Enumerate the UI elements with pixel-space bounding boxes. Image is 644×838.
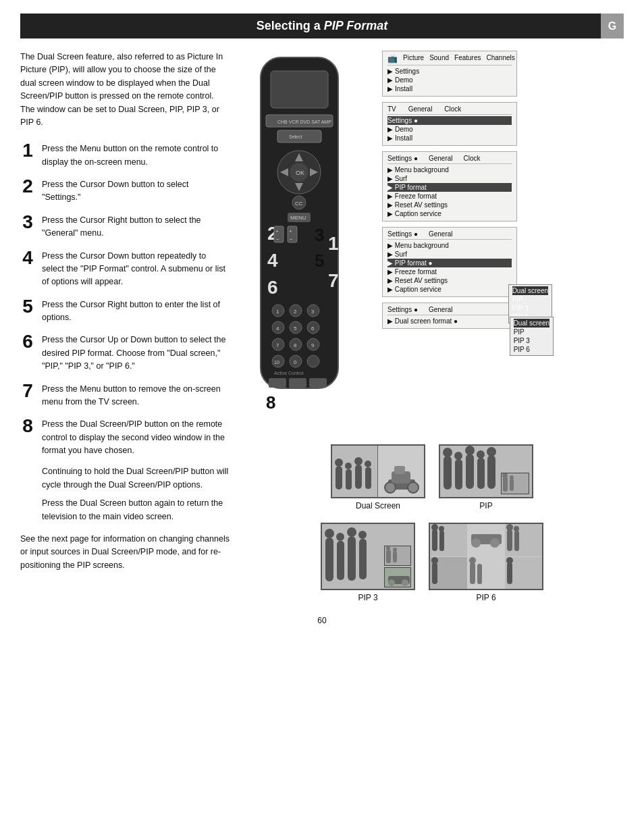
svg-rect-1	[271, 71, 328, 108]
svg-point-103	[439, 526, 444, 531]
general-tab-2: General	[408, 105, 433, 113]
pip-option: PIP	[512, 295, 548, 304]
step-1-text: Press the Menu button on the remote cont…	[42, 141, 230, 169]
svg-rect-75	[466, 454, 474, 489]
right-top: CHB VCR DVD SAT AMP Select OK	[240, 51, 624, 431]
pip6-block: PIP 6	[429, 523, 543, 602]
pip6-cell-6	[505, 557, 542, 590]
left-column: The Dual Screen feature, also referred t…	[20, 51, 230, 602]
svg-rect-107	[507, 529, 512, 551]
menu-bg-row: ▶ Menu background	[387, 165, 512, 174]
settings-row-1: ▶ Settings	[387, 67, 512, 76]
see-next-text: See the next page for information on cha…	[20, 533, 230, 572]
svg-rect-83	[510, 479, 514, 491]
install-arrow-2: ▶	[387, 134, 393, 142]
svg-text:2: 2	[294, 309, 297, 315]
svg-rect-93	[386, 550, 391, 563]
svg-rect-70	[394, 466, 405, 474]
svg-text:1: 1	[328, 233, 339, 254]
tv-label-2: TV	[387, 105, 396, 113]
svg-rect-87	[337, 541, 344, 580]
step-3: 3 Press the Cursor Right button to selec…	[20, 213, 230, 240]
surf-row-4: ▶ Surf	[387, 250, 512, 259]
step-5-number: 5	[20, 297, 35, 316]
freeze-row-3: ▶ Freeze format	[387, 192, 512, 201]
install-row-2: ▶ Install	[387, 134, 512, 142]
svg-point-114	[469, 557, 476, 564]
svg-text:0: 0	[294, 359, 297, 365]
svg-rect-60	[346, 469, 352, 490]
pip-option-5: PIP	[514, 328, 549, 336]
svg-rect-116	[507, 562, 512, 584]
install-row-1: ▶ Install	[387, 84, 512, 93]
svg-text:3: 3	[311, 309, 315, 315]
install-label-1: Install	[395, 85, 412, 93]
page-header: Selecting a PIP Format G	[20, 14, 624, 38]
dual-screen-right	[378, 446, 424, 497]
step-4-number: 4	[20, 248, 35, 267]
svg-point-99	[402, 579, 408, 586]
svg-rect-79	[487, 455, 495, 489]
dual-screen-label: Dual Screen	[331, 501, 425, 510]
install-label-2: Install	[395, 134, 412, 142]
step-6-number: 6	[20, 332, 35, 351]
dual-screen-block: Dual Screen	[331, 444, 425, 510]
surf-row-3: ▶ Surf	[387, 174, 512, 183]
svg-text:6: 6	[311, 325, 315, 332]
tv-icon-1: 📺	[387, 54, 398, 63]
menu-box-2-header: TV General Clock	[387, 105, 512, 115]
clock-tab-2: Clock	[444, 105, 461, 113]
step-2-text: Press the Cursor Down button to select "…	[42, 177, 230, 205]
settings-label-4: Settings ●	[387, 230, 418, 238]
step-4: 4 Press the Cursor Down button repeatedl…	[20, 248, 230, 289]
step-5: 5 Press the Cursor Right button to enter…	[20, 297, 230, 325]
install-arrow-1: ▶	[387, 85, 393, 93]
step-3-number: 3	[20, 213, 35, 232]
dual-screen-format-row: ▶ Dual screen format ● Dual screen PIP P…	[387, 317, 512, 325]
svg-point-92	[358, 531, 367, 539]
menu-item-features: Features	[454, 54, 481, 63]
svg-point-90	[347, 527, 356, 537]
svg-point-106	[490, 538, 500, 548]
caption-row-3: ▶ Caption service	[387, 209, 512, 218]
svg-text:5: 5	[294, 325, 297, 332]
remote-svg: CHB VCR DVD SAT AMP Select OK	[240, 51, 358, 429]
pip6-option-5: PIP 6	[514, 345, 549, 354]
step-4-text: Press the Cursor Down button repeatedly …	[42, 248, 230, 289]
settings-arrow-1: ▶	[387, 68, 393, 75]
svg-rect-73	[455, 459, 462, 490]
svg-rect-77	[477, 458, 485, 489]
pip6-cell-3	[505, 524, 542, 556]
step-6-text: Press the Cursor Up or Down button to se…	[42, 332, 230, 373]
svg-point-88	[336, 533, 344, 541]
right-column: CHB VCR DVD SAT AMP Select OK	[240, 51, 624, 602]
settings-label-1: Settings	[395, 68, 419, 75]
header-title: Selecting a PIP Format	[257, 19, 387, 32]
menu-bg-row-4: ▶ Menu background	[387, 241, 512, 250]
general-tab-5: General	[429, 306, 453, 313]
dual-left-svg	[332, 446, 378, 497]
svg-rect-95	[393, 551, 397, 562]
svg-point-105	[471, 538, 481, 548]
dual-screen-left	[332, 446, 378, 497]
general-tab-3: General	[429, 155, 453, 162]
clock-tab-3: Clock	[464, 155, 481, 162]
pip-lower-row: PIP 3	[240, 523, 624, 602]
svg-rect-115	[477, 564, 482, 584]
step-7-number: 7	[20, 382, 35, 400]
header-badge: G	[601, 14, 624, 38]
demo-label-2: Demo	[395, 126, 413, 133]
right-panel-column: 📺 Picture Sound Features Channels ▶ Sett…	[382, 51, 517, 431]
step-6: 6 Press the Cursor Up or Down button to …	[20, 332, 230, 373]
svg-point-86	[325, 529, 334, 538]
svg-text:1: 1	[276, 309, 279, 315]
pip-format-row-4: ▶ PIP format ● Dual screen PIP PIP 3 PIP…	[387, 259, 512, 267]
svg-text:7: 7	[276, 342, 279, 348]
svg-text:Active Control: Active Control	[274, 371, 304, 375]
sub-para-2: Press the Dual Screen button again to re…	[42, 497, 230, 523]
menu-box-3: Settings ● General Clock ▶ Menu backgrou…	[382, 151, 517, 221]
settings-label-2: Settings ●	[387, 117, 418, 124]
svg-rect-48	[269, 378, 286, 388]
demo-label-1: Demo	[395, 76, 413, 84]
intro-text: The Dual Screen feature, also referred t…	[20, 51, 230, 129]
